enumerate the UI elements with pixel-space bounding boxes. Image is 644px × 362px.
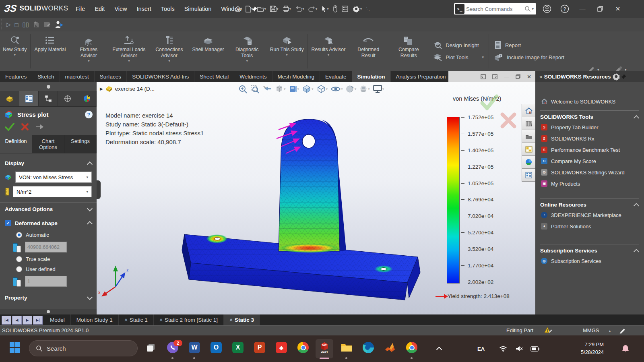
taskbar-search[interactable]: Search — [29, 340, 138, 356]
open-document-button[interactable]: ▾ — [256, 3, 268, 15]
units-caret-icon[interactable]: ▴ — [609, 329, 611, 333]
powerpoint-icon[interactable]: P — [254, 341, 266, 354]
automatic-option[interactable]: Automatic — [0, 230, 97, 240]
confirmation-ok-icon[interactable] — [480, 94, 499, 110]
plot-tools-button[interactable]: Plot Tools ▾ — [433, 53, 484, 62]
stop-macro-icon[interactable]: □ — [15, 21, 19, 28]
language-indicator[interactable]: EΛ — [477, 335, 485, 362]
cancel-x-button[interactable] — [21, 123, 29, 131]
menu-edit[interactable]: Edit — [90, 0, 109, 18]
section-online-resources[interactable]: Online Resources — [535, 199, 644, 209]
performance-benchmark-item[interactable]: S Performance Benchmark Test — [535, 144, 644, 155]
user-defined-radio[interactable] — [16, 266, 22, 272]
subtab-chart-options[interactable]: Chart Options — [32, 135, 64, 153]
minimize-document-icon[interactable]: — — [504, 74, 509, 79]
design-insight-button[interactable]: Design Insight — [433, 41, 484, 50]
battery-icon[interactable] — [530, 335, 539, 362]
search-dropdown-caret-icon[interactable]: ▾ — [532, 7, 534, 11]
design-library-tab[interactable] — [522, 117, 535, 130]
shell-manager-button[interactable]: Shell Manager — [189, 31, 227, 71]
compare-results-button[interactable]: Compare Results — [388, 31, 429, 71]
dimxpert-manager-tab[interactable] — [58, 91, 77, 106]
menu-insert[interactable]: Insert — [132, 0, 156, 18]
confirmation-cancel-icon[interactable] — [500, 112, 517, 129]
automatic-radio[interactable] — [16, 232, 22, 238]
excel-icon[interactable]: X — [232, 341, 244, 354]
tab-mesh-modeling[interactable]: Mesh Modeling — [272, 71, 320, 82]
undo-button[interactable]: ▾ — [293, 3, 306, 15]
collapse-task-pane-icon[interactable]: « — [539, 73, 543, 80]
stress-component-select[interactable]: VON: von Mises Stress▾ — [15, 172, 92, 183]
menu-file[interactable]: File — [71, 0, 90, 18]
start-button[interactable] — [10, 342, 20, 353]
true-scale-radio[interactable] — [16, 256, 22, 262]
taskbar-clock[interactable]: 7:29 PM 5/28/2024 — [567, 341, 604, 356]
volume-muted-icon[interactable] — [515, 335, 523, 362]
prev-tab-button[interactable]: ◀ — [12, 316, 22, 325]
ok-check-button[interactable] — [5, 123, 14, 131]
viber-icon[interactable]: 2 — [167, 341, 179, 354]
minimize-window-button[interactable]: — — [576, 3, 588, 15]
configuration-manager-tab[interactable] — [39, 91, 58, 106]
restore-window-button[interactable] — [594, 3, 606, 15]
wifi-icon[interactable] — [499, 335, 507, 362]
display-manager-tab[interactable] — [77, 91, 97, 106]
edge-icon[interactable] — [362, 341, 374, 354]
search-commands-input[interactable] — [465, 6, 524, 12]
tab-macrotest[interactable]: macrotest — [60, 71, 95, 82]
redo-button[interactable]: ▾ — [307, 3, 319, 15]
section-solidworks-tools[interactable]: SOLIDWORKS Tools — [535, 111, 644, 122]
edit-sketch-status-icon[interactable] — [619, 327, 626, 334]
help-icon[interactable]: ? — [559, 3, 571, 15]
subscription-services-item[interactable]: ◍ Subscription Services — [535, 255, 644, 267]
tab-analysis-preparation[interactable]: Analysis Preparation — [391, 71, 452, 82]
true-scale-option[interactable]: True scale — [0, 254, 97, 264]
chrome-profile-icon[interactable] — [406, 341, 418, 354]
appearances-scenes-tab[interactable] — [522, 156, 535, 169]
report-button[interactable]: Report — [494, 41, 564, 50]
study-tab-motion-study-1[interactable]: Motion Study 1 — [71, 314, 119, 325]
study-tab-model[interactable]: Model — [44, 314, 71, 325]
tray-overflow-chevron-icon[interactable] — [437, 335, 441, 362]
tab-sketch[interactable]: Sketch — [32, 71, 60, 82]
units-select[interactable]: N/m^2▾ — [13, 186, 92, 197]
task-pane-gear-icon[interactable] — [612, 72, 621, 81]
task-view-icon[interactable] — [145, 341, 157, 354]
pause-macro-icon[interactable]: ▯▯ — [23, 21, 29, 28]
my-products-item[interactable]: ▣ My Products — [535, 178, 644, 189]
partner-solutions-item[interactable]: ✦ Partner Solutions — [535, 221, 644, 232]
run-macro-icon[interactable]: ▷ — [6, 21, 11, 28]
print-button[interactable]: ▾ — [281, 3, 293, 15]
solidworks-rx-item[interactable]: S SOLIDWORKS Rx — [535, 133, 644, 144]
tab-features[interactable]: Features — [0, 71, 32, 82]
property-section-header[interactable]: Property — [0, 291, 97, 304]
selection-filter-toggle[interactable] — [331, 3, 339, 15]
include-image-for-report-button[interactable]: Include Image for Report — [494, 53, 564, 62]
deformed-shape-checkbox[interactable]: ✓ — [5, 220, 11, 226]
advanced-options-header[interactable]: Advanced Options — [0, 203, 97, 216]
section-subscription-services[interactable]: Subscription Services — [535, 244, 644, 255]
settings-wizard-item[interactable]: ⚙ SOLIDWORKS Settings Wizard — [535, 167, 644, 178]
marketplace-item[interactable]: ◔ 3DEXPERIENCE Marketplace — [535, 209, 644, 221]
study-tab-static-2[interactable]: Static 2 from [Static 1] — [154, 314, 224, 325]
tab-sheet-metal[interactable]: Sheet Metal — [194, 71, 234, 82]
diagnostic-tools-button[interactable]: Diagnostic Tools▾ — [227, 31, 267, 71]
chrome-icon[interactable] — [297, 341, 309, 354]
solidworks-2024-icon[interactable]: SW2024 — [318, 341, 330, 354]
view-palette-tab[interactable] — [522, 143, 535, 156]
account-icon[interactable] — [541, 3, 553, 15]
tab-evaluate[interactable]: Evaluate — [320, 71, 352, 82]
graphics-area[interactable]: ▶ exercise 14 (D... ▾ ▾ ▾ ▾ ▾ ▾ ▾ ▾ Mode… — [97, 82, 535, 314]
record-macro-icon[interactable] — [55, 21, 64, 29]
run-this-study-button[interactable]: Run This Study▾ — [267, 31, 307, 71]
file-explorer-icon[interactable] — [341, 341, 353, 354]
task-pane-list-button[interactable] — [340, 3, 350, 15]
property-manager-tab[interactable] — [19, 91, 39, 106]
user-defined-option[interactable]: User defined — [0, 264, 97, 274]
automatic-scale-input[interactable] — [25, 242, 67, 252]
feature-tree-flyout-handle[interactable] — [97, 180, 101, 199]
toolbar-overflow-button[interactable]: ⋱ — [364, 3, 372, 15]
edit-macro-icon[interactable] — [43, 21, 51, 28]
rebuild-warning-icon[interactable]: ! — [544, 327, 552, 334]
resources-home-tab[interactable] — [522, 104, 535, 117]
